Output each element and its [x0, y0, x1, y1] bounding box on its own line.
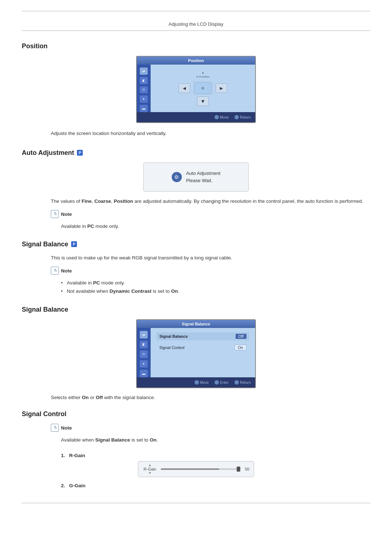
sb-icon-5: ▬	[140, 370, 148, 377]
signal-control-note-box: ✎ Note	[51, 424, 370, 432]
rgain-down-arrow: ▼	[148, 471, 152, 475]
position-section: Position Position ⇄ ◧ ⊙ ✦ ▬	[22, 42, 370, 138]
auto-adj-note-text: Available in PC mode only.	[61, 222, 370, 230]
auto-adj-mockup: ⚙ Auto Adjustment Please Wait.	[143, 163, 249, 192]
position-monitor: Position ⇄ ◧ ⊙ ✦ ▬ ▲	[136, 56, 256, 123]
sb-content: Signal Balance Off Signal Control On	[151, 328, 255, 377]
auto-adj-mockup-wrapper: ⚙ Auto Adjustment Please Wait.	[22, 163, 370, 192]
signal-balance-monitor: Signal Balance ⇄ ◧ ⊙ ✦ ▬ Si	[136, 319, 256, 388]
arrow-down[interactable]: ▼	[197, 97, 209, 106]
rgain-slider[interactable]	[161, 468, 238, 470]
sb-row-2: Signal Control On	[156, 343, 249, 352]
arrow-left[interactable]: ◄	[179, 83, 190, 93]
signal-control-note-label: Note	[61, 425, 72, 431]
sidebar-icon-4: ✦	[140, 95, 148, 103]
sb-icon-4: ✦	[140, 360, 148, 368]
signal-balance-screen-heading: Signal Balance	[22, 306, 370, 313]
page-title: Adjusting the LCD Display	[22, 21, 370, 27]
title-divider	[22, 30, 370, 31]
rgain-thumb	[237, 467, 240, 472]
auto-adjustment-heading: Auto Adjustment P	[22, 149, 370, 157]
auto-adj-note-box: ✎ Note	[51, 210, 370, 218]
auto-adj-note-label: Note	[61, 212, 72, 217]
sidebar-icon-5: ▬	[140, 105, 148, 112]
p-icon: P	[77, 150, 83, 156]
return-icon	[234, 115, 239, 119]
sb-return-icon	[234, 380, 239, 385]
rgain-mockup: ▲ R-Gain ▼ 50	[138, 461, 254, 477]
auto-adj-text: Auto Adjustment Please Wait.	[186, 170, 221, 184]
signal-balance-onoff-text: Selects either On or Off with the signal…	[51, 395, 370, 400]
signal-balance-header-section: Signal Balance P This is used to make up…	[22, 241, 370, 296]
position-monitor-wrapper: Position ⇄ ◧ ⊙ ✦ ▬ ▲	[22, 56, 370, 123]
sb-row2-value: On	[234, 345, 246, 350]
signal-balance-note-list: Available in PC mode only. Not available…	[61, 279, 370, 296]
top-divider	[22, 11, 370, 11]
rgain-value: 50	[242, 467, 249, 471]
note-icon-2: ✎	[51, 267, 59, 275]
position-monitor-footer: Move Return	[137, 112, 255, 122]
signal-balance-screen-section: Signal Balance Signal Balance ⇄ ◧ ⊙ ✦ ▬	[22, 306, 370, 400]
move-icon	[215, 115, 219, 119]
return-btn: Return	[234, 115, 251, 119]
bullet-item-2: Not available when Dynamic Contrast is s…	[61, 287, 370, 296]
auto-adj-body-text: The values of Fine, Coarse, Position are…	[51, 197, 370, 205]
sb-row-1: Signal Balance Off	[156, 332, 249, 340]
rgain-up-arrow: ▲	[148, 463, 152, 467]
auto-adjustment-section: Auto Adjustment P ⚙ Auto Adjustment Plea…	[22, 149, 370, 230]
p-icon-2: P	[71, 241, 77, 247]
signal-control-section: Signal Control ✎ Note Available when Sig…	[22, 410, 370, 488]
sb-icon-2: ◧	[140, 341, 148, 348]
rgain-number-label: 1. R-Gain	[61, 453, 370, 458]
move-btn: Move	[215, 115, 229, 119]
sb-move-btn: Move	[195, 380, 209, 385]
sb-row1-value: Off	[236, 334, 246, 339]
sidebar-icon-2: ◧	[140, 77, 148, 84]
signal-balance-monitor-title: Signal Balance	[137, 320, 255, 328]
sidebar-icon-3: ⊙	[140, 86, 148, 94]
signal-balance-heading: Signal Balance P	[22, 241, 370, 248]
position-monitor-body: ⇄ ◧ ⊙ ✦ ▬ ▲ H-Position	[137, 65, 255, 112]
rgain-bar-fill	[161, 468, 219, 470]
sb-icon-1: ⇄	[140, 331, 148, 338]
position-monitor-title: Position	[137, 57, 255, 65]
signal-control-note-text: Available when Signal Balance is set to …	[61, 436, 370, 444]
bullet-item-1: Available in PC mode only.	[61, 279, 370, 287]
note-icon: ✎	[51, 210, 59, 218]
sb-sidebar: ⇄ ◧ ⊙ ✦ ▬	[137, 328, 151, 377]
ggain-number-label: 2. G-Gain	[61, 483, 370, 488]
position-heading: Position	[22, 42, 370, 50]
rgain-item: 1. R-Gain	[61, 453, 370, 458]
signal-balance-mockup-wrapper: Signal Balance ⇄ ◧ ⊙ ✦ ▬ Si	[22, 319, 370, 388]
signal-balance-note-label: Note	[61, 268, 72, 274]
note-icon-3: ✎	[51, 424, 59, 432]
auto-adj-icon: ⚙	[172, 172, 182, 182]
position-desc: Adjusts the screen location horizontally…	[51, 130, 370, 138]
sb-enter-icon	[215, 380, 219, 385]
arrow-right[interactable]: ►	[216, 83, 227, 93]
signal-balance-note-box: ✎ Note	[51, 267, 370, 275]
position-monitor-content: ▲ H-Position ◄ ⊞ ► ▼	[151, 65, 255, 112]
sb-icon-3: ⊙	[140, 350, 148, 358]
ggain-item: 2. G-Gain	[61, 483, 370, 488]
position-center-box: ⊞	[194, 82, 212, 94]
sb-footer: Move Enter Return	[137, 377, 255, 387]
sidebar-icon-1: ⇄	[140, 67, 148, 75]
sb-enter-btn: Enter	[215, 380, 229, 385]
sb-move-icon	[195, 380, 199, 385]
sb-return-btn: Return	[234, 380, 251, 385]
sb-monitor-body: ⇄ ◧ ⊙ ✦ ▬ Signal Balance Off	[137, 328, 255, 377]
signal-balance-body-text: This is used to make up for the weak RGB…	[51, 254, 370, 262]
position-monitor-sidebar: ⇄ ◧ ⊙ ✦ ▬	[137, 65, 151, 112]
signal-control-heading: Signal Control	[22, 410, 370, 418]
bottom-divider	[22, 503, 370, 503]
rgain-mockup-wrapper: ▲ R-Gain ▼ 50	[22, 461, 370, 477]
rgain-label-area: ▲ R-Gain ▼	[143, 463, 157, 475]
